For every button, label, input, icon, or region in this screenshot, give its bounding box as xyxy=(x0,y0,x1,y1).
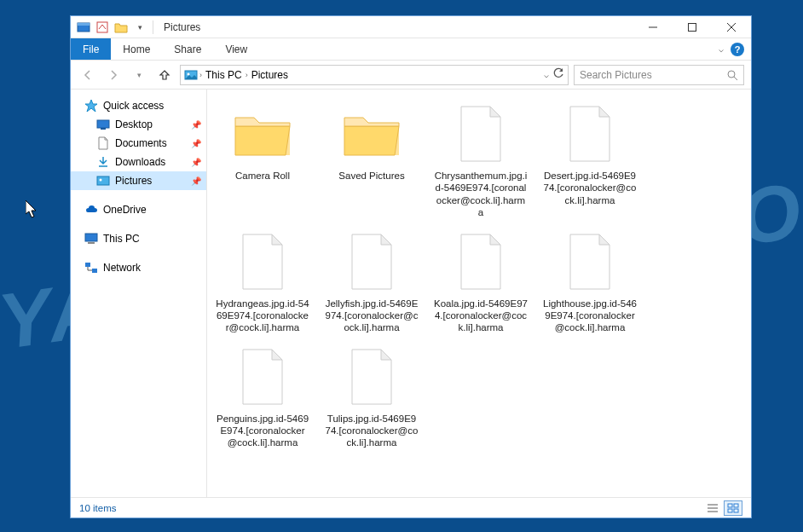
content-pane[interactable]: Camera RollSaved PicturesChrysanthemum.j… xyxy=(207,90,751,497)
explorer-window: ▾ Pictures File Home Share View ⌵ ? ▾ › … xyxy=(70,15,752,518)
statusbar: 10 items xyxy=(71,497,751,518)
item-count: 10 items xyxy=(79,503,116,513)
file-icon xyxy=(224,229,301,294)
svg-rect-25 xyxy=(728,509,732,512)
nav-label: Desktop xyxy=(115,119,153,130)
downloads-icon xyxy=(96,155,110,169)
svg-rect-17 xyxy=(88,242,95,244)
mouse-cursor xyxy=(26,200,39,219)
nav-desktop[interactable]: Desktop 📌 xyxy=(71,115,206,134)
close-button[interactable] xyxy=(712,16,751,38)
nav-label: Downloads xyxy=(115,156,165,168)
file-item[interactable]: Tulips.jpg.id-5469E974.[coronalocker@coc… xyxy=(321,341,422,453)
pin-icon: 📌 xyxy=(191,139,201,148)
view-details-button[interactable] xyxy=(703,500,722,516)
item-label: Chrysanthemum.jpg.id-5469E974.[coronaloc… xyxy=(434,170,528,219)
nav-label: Documents xyxy=(115,137,167,149)
folder-icon xyxy=(333,101,410,166)
nav-pictures[interactable]: Pictures 📌 xyxy=(71,171,206,190)
file-icon xyxy=(333,344,410,409)
svg-point-15 xyxy=(100,179,102,182)
pictures-icon xyxy=(96,174,110,188)
file-icon xyxy=(552,101,628,166)
ribbon-file-tab[interactable]: File xyxy=(71,38,111,60)
svg-rect-24 xyxy=(734,504,738,507)
file-item[interactable]: Penguins.jpg.id-5469E974.[coronalocker@c… xyxy=(212,341,313,453)
breadcrumb-dropdown-icon[interactable]: ⌵ xyxy=(544,70,549,79)
search-placeholder: Search Pictures xyxy=(580,69,652,81)
ribbon: File Home Share View ⌵ ? xyxy=(71,38,751,61)
nav-downloads[interactable]: Downloads 📌 xyxy=(71,153,206,171)
folder-item[interactable]: Saved Pictures xyxy=(321,98,422,223)
file-icon xyxy=(442,101,519,166)
item-label: Lighthouse.jpg.id-5469E974.[coronalocker… xyxy=(543,298,637,334)
file-item[interactable]: Jellyfish.jpg.id-5469E974.[coronalocker@… xyxy=(321,226,422,338)
nav-documents[interactable]: Documents 📌 xyxy=(71,134,206,153)
svg-rect-14 xyxy=(97,176,109,185)
nav-thispc[interactable]: This PC xyxy=(71,229,206,248)
item-label: Camera Roll xyxy=(235,170,290,182)
svg-rect-16 xyxy=(85,234,97,241)
nav-onedrive[interactable]: OneDrive xyxy=(71,200,206,219)
qat-dropdown-icon[interactable]: ▾ xyxy=(132,20,147,35)
file-item[interactable]: Lighthouse.jpg.id-5469E974.[coronalocker… xyxy=(540,226,640,338)
nav-recent-dropdown[interactable]: ▾ xyxy=(129,65,149,85)
documents-icon xyxy=(96,136,110,150)
file-icon xyxy=(224,344,301,409)
nav-label: Quick access xyxy=(103,100,164,112)
maximize-button[interactable] xyxy=(673,16,712,38)
svg-rect-18 xyxy=(85,263,90,267)
ribbon-tab-share[interactable]: Share xyxy=(162,38,213,60)
pin-icon: 📌 xyxy=(191,120,201,130)
window-title: Pictures xyxy=(164,21,200,33)
minimize-button[interactable] xyxy=(633,16,673,38)
file-item[interactable]: Desert.jpg.id-5469E974.[coronalocker@coc… xyxy=(540,98,640,223)
star-icon xyxy=(84,99,98,113)
nav-quick-access[interactable]: Quick access xyxy=(71,96,206,115)
svg-line-10 xyxy=(734,77,737,80)
svg-rect-26 xyxy=(734,509,738,512)
chevron-right-icon[interactable]: › xyxy=(246,71,248,79)
network-icon xyxy=(84,261,98,275)
file-icon xyxy=(333,229,410,294)
svg-rect-23 xyxy=(728,504,732,507)
search-icon xyxy=(726,69,738,81)
addressbar: ▾ › This PC › Pictures ⌵ Search Pictures xyxy=(71,61,751,90)
svg-rect-12 xyxy=(101,128,106,130)
view-icons-button[interactable] xyxy=(724,500,742,516)
titlebar-separator xyxy=(153,20,153,34)
qat-folder-icon[interactable] xyxy=(113,20,129,35)
svg-rect-1 xyxy=(78,23,90,26)
folder-item[interactable]: Camera Roll xyxy=(212,98,313,223)
chevron-right-icon[interactable]: › xyxy=(199,71,202,79)
breadcrumb-pictures[interactable]: Pictures xyxy=(250,69,290,81)
thispc-icon xyxy=(84,232,98,246)
refresh-icon[interactable] xyxy=(552,67,564,82)
file-item[interactable]: Chrysanthemum.jpg.id-5469E974.[coronaloc… xyxy=(430,98,531,223)
ribbon-tab-home[interactable]: Home xyxy=(111,38,162,60)
nav-forward-button[interactable] xyxy=(103,65,124,85)
app-icon xyxy=(76,20,91,35)
desktop-icon xyxy=(96,118,110,131)
pin-icon: 📌 xyxy=(191,158,201,167)
folder-icon xyxy=(224,101,301,166)
help-icon[interactable]: ? xyxy=(731,43,744,56)
item-label: Desert.jpg.id-5469E974.[coronalocker@coc… xyxy=(543,170,637,206)
file-item[interactable]: Koala.jpg.id-5469E974.[coronalocker@cock… xyxy=(430,226,531,338)
qat-properties-icon[interactable] xyxy=(95,20,110,35)
svg-rect-11 xyxy=(97,120,109,128)
breadcrumb-thispc[interactable]: This PC xyxy=(204,69,244,81)
nav-back-button[interactable] xyxy=(78,65,98,85)
item-label: Jellyfish.jpg.id-5469E974.[coronalocker@… xyxy=(325,298,419,334)
breadcrumb[interactable]: › This PC › Pictures ⌵ xyxy=(180,65,569,85)
nav-up-button[interactable] xyxy=(154,65,175,85)
item-label: Koala.jpg.id-5469E974.[coronalocker@cock… xyxy=(434,298,528,334)
navigation-pane: Quick access Desktop 📌 Documents 📌 Downl… xyxy=(71,90,207,497)
search-input[interactable]: Search Pictures xyxy=(574,65,744,85)
nav-network[interactable]: Network xyxy=(71,258,206,277)
svg-rect-19 xyxy=(92,269,97,273)
ribbon-expand-icon[interactable]: ⌵ xyxy=(719,44,724,54)
ribbon-tab-view[interactable]: View xyxy=(213,38,259,60)
file-item[interactable]: Hydrangeas.jpg.id-5469E974.[coronalocker… xyxy=(212,226,313,338)
svg-rect-2 xyxy=(97,22,107,32)
